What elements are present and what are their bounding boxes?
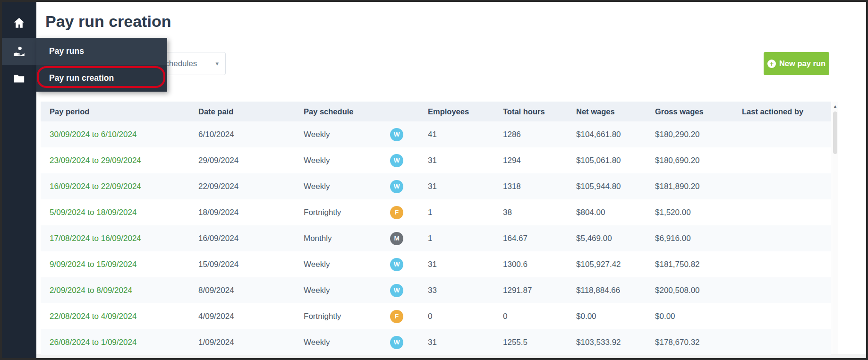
menu-item-pay-runs[interactable]: Pay runs	[36, 38, 167, 65]
employees-cell: 41	[419, 130, 494, 139]
table-row: 23/09/2024 to 29/09/2024 29/09/2024 Week…	[41, 147, 831, 173]
gross-wages-cell: $0.00	[646, 312, 733, 321]
plus-icon: +	[767, 60, 776, 68]
table-row: 26/08/2024 to 1/09/2024 1/09/2024 Weekly…	[41, 329, 831, 355]
schedule-badge: W	[390, 154, 403, 167]
pay-period-link[interactable]: 26/08/2024 to 1/09/2024	[50, 338, 136, 347]
employees-cell: 33	[419, 286, 494, 295]
header-employees[interactable]: Employees	[419, 107, 494, 116]
total-hours-cell: 1318	[494, 182, 567, 191]
net-wages-cell: $0.00	[567, 312, 646, 321]
schedule-badge: W	[390, 336, 403, 349]
pay-runs-icon[interactable]	[2, 39, 36, 63]
net-wages-cell: $804.00	[567, 208, 646, 217]
total-hours-cell: 1300.6	[494, 260, 567, 269]
gross-wages-cell: $6,916.00	[646, 234, 733, 243]
page-title: Pay run creation	[45, 12, 171, 31]
pay-period-link[interactable]: 5/09/2024 to 18/09/2024	[50, 208, 136, 217]
table-body: 30/09/2024 to 6/10/2024 6/10/2024 Weekly…	[41, 121, 831, 355]
schedule-badge: W	[390, 128, 403, 141]
pay-period-link[interactable]: 16/09/2024 to 22/09/2024	[50, 182, 141, 191]
date-paid-cell: 4/09/2024	[189, 312, 295, 321]
date-paid-cell: 29/09/2024	[189, 156, 295, 165]
table-row: 16/09/2024 to 22/09/2024 22/09/2024 Week…	[41, 173, 831, 199]
total-hours-cell: 38	[494, 208, 567, 217]
pay-period-link[interactable]: 2/09/2024 to 8/09/2024	[50, 286, 132, 295]
net-wages-cell: $118,884.66	[567, 286, 646, 295]
schedule-badge: F	[390, 206, 403, 219]
table-row: 17/08/2024 to 16/09/2024 16/09/2024 Mont…	[41, 225, 831, 251]
folder-icon-glyph	[13, 72, 26, 85]
table-row: 22/08/2024 to 4/09/2024 4/09/2024 Fortni…	[41, 303, 831, 329]
pay-schedule-cell: Weekly	[295, 338, 381, 347]
vertical-scrollbar[interactable]: ▲	[832, 102, 838, 354]
menu-item-label: Pay runs	[49, 46, 84, 56]
employees-cell: 31	[419, 156, 494, 165]
employees-cell: 1	[419, 234, 494, 243]
header-gross-wages[interactable]: Gross wages	[646, 107, 733, 116]
pay-schedule-cell: Fortnightly	[295, 208, 381, 217]
date-paid-cell: 1/09/2024	[189, 338, 295, 347]
menu-item-pay-run-creation[interactable]: Pay run creation	[36, 65, 167, 92]
header-total-hours[interactable]: Total hours	[494, 107, 567, 116]
net-wages-cell: $105,944.80	[567, 182, 646, 191]
new-pay-run-label: New pay run	[779, 59, 825, 68]
pay-runs-icon-glyph	[13, 45, 26, 58]
new-pay-run-button[interactable]: + New pay run	[764, 52, 829, 75]
header-date-paid[interactable]: Date paid	[189, 107, 295, 116]
net-wages-cell: $105,061.80	[567, 156, 646, 165]
net-wages-cell: $5,469.00	[567, 234, 646, 243]
pay-schedule-cell: Weekly	[295, 260, 381, 269]
pay-schedule-cell: Monthly	[295, 234, 381, 243]
pay-period-link[interactable]: 30/09/2024 to 6/10/2024	[50, 130, 136, 139]
chevron-down-icon: ▾	[215, 60, 219, 67]
header-pay-period[interactable]: Pay period	[41, 107, 189, 116]
gross-wages-cell: $181,890.20	[646, 182, 733, 191]
total-hours-cell: 1255.5	[494, 338, 567, 347]
up-arrow-icon[interactable]: ▲	[832, 102, 838, 109]
pay-schedule-cell: Weekly	[295, 130, 381, 139]
pay-period-link[interactable]: 9/09/2024 to 15/09/2024	[50, 260, 136, 269]
date-paid-cell: 16/09/2024	[189, 234, 295, 243]
date-paid-cell: 8/09/2024	[189, 286, 295, 295]
schedule-badge: W	[390, 258, 403, 271]
pay-runs-table: Pay period Date paid Pay schedule Employ…	[41, 102, 831, 355]
menu-item-label: Pay run creation	[49, 73, 114, 83]
date-paid-cell: 18/09/2024	[189, 208, 295, 217]
table-row: 9/09/2024 to 15/09/2024 15/09/2024 Weekl…	[41, 251, 831, 277]
total-hours-cell: 164.67	[494, 234, 567, 243]
total-hours-cell: 1286	[494, 130, 567, 139]
pay-schedule-cell: Weekly	[295, 286, 381, 295]
header-net-wages[interactable]: Net wages	[567, 107, 646, 116]
header-pay-schedule[interactable]: Pay schedule	[295, 107, 381, 116]
table-row: 2/09/2024 to 8/09/2024 8/09/2024 Weekly …	[41, 277, 831, 303]
employees-cell: 31	[419, 338, 494, 347]
total-hours-cell: 0	[494, 312, 567, 321]
employees-cell: 1	[419, 208, 494, 217]
home-icon-glyph	[13, 17, 26, 29]
employees-cell: 0	[419, 312, 494, 321]
folder-icon[interactable]	[2, 66, 36, 91]
sidebar	[2, 2, 36, 358]
net-wages-cell: $104,661.80	[567, 130, 646, 139]
pay-period-link[interactable]: 17/08/2024 to 16/09/2024	[50, 234, 141, 243]
total-hours-cell: 1291.87	[494, 286, 567, 295]
total-hours-cell: 1294	[494, 156, 567, 165]
schedule-badge: W	[390, 284, 403, 297]
pay-schedule-cell: Weekly	[295, 156, 381, 165]
home-icon[interactable]	[2, 10, 36, 35]
header-last-actioned-by[interactable]: Last actioned by	[733, 107, 831, 116]
schedule-badge: F	[390, 310, 403, 323]
app-window: Pay run creation All pay schedules ▾ + N…	[2, 2, 866, 358]
pay-period-link[interactable]: 23/09/2024 to 29/09/2024	[50, 156, 141, 165]
gross-wages-cell: $181,750.82	[646, 260, 733, 269]
pay-runs-flyout-menu: Pay runs Pay run creation	[36, 38, 167, 92]
gross-wages-cell: $200,508.00	[646, 286, 733, 295]
pay-period-link[interactable]: 22/08/2024 to 4/09/2024	[50, 312, 136, 321]
schedule-badge: M	[390, 232, 403, 245]
scrollbar-thumb[interactable]	[833, 111, 837, 154]
pay-schedule-cell: Fortnightly	[295, 312, 381, 321]
table-header: Pay period Date paid Pay schedule Employ…	[41, 102, 831, 121]
employees-cell: 31	[419, 260, 494, 269]
employees-cell: 31	[419, 182, 494, 191]
